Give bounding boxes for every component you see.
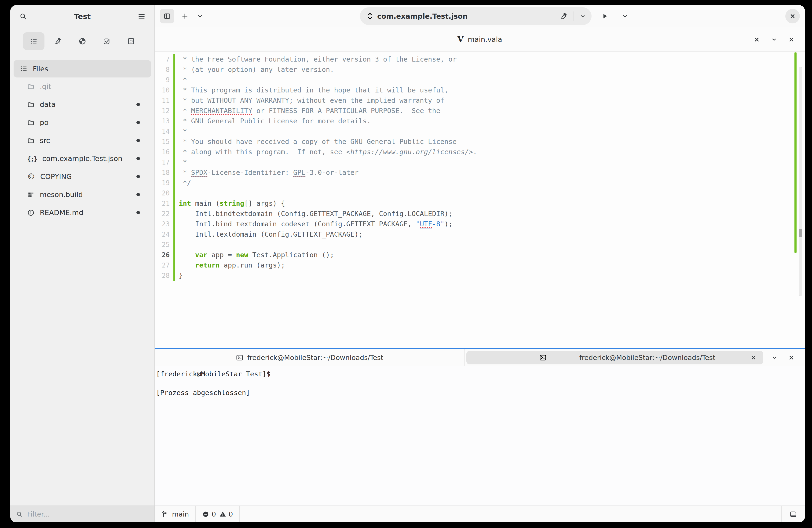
code-text: var app = new Test.Application (); bbox=[175, 250, 334, 260]
close-icon bbox=[788, 354, 795, 361]
code-line-19[interactable]: 19 */ bbox=[155, 177, 805, 188]
tree-item-meson-build[interactable]: meson.build bbox=[14, 186, 151, 204]
new-tab-menu-button[interactable] bbox=[195, 9, 205, 24]
code-editor[interactable]: 7 * the Free Software Foundation, either… bbox=[155, 52, 805, 348]
changed-dot bbox=[136, 139, 140, 142]
toggle-sidebar-button[interactable] bbox=[160, 9, 174, 24]
editor-tab-label: main.vala bbox=[468, 35, 502, 44]
git-change-bar bbox=[173, 54, 175, 65]
tree-item-readme-md[interactable]: README.md bbox=[14, 204, 151, 222]
terminal-tab-row: frederick@MobileStar:~/Downloads/Test fr… bbox=[155, 349, 805, 366]
code-line-22[interactable]: 22 Intl.bindtextdomain (Config.GETTEXT_P… bbox=[155, 209, 805, 219]
line-number: 8 bbox=[155, 66, 173, 73]
run-menu-button[interactable] bbox=[620, 9, 630, 24]
git-branch-label: main bbox=[172, 510, 189, 518]
panel-tab-profiler[interactable] bbox=[72, 32, 93, 50]
terminal-tab-2[interactable]: frederick@MobileStar:~/Downloads/Test bbox=[466, 351, 763, 365]
line-number: 10 bbox=[155, 86, 173, 94]
new-tab-button[interactable] bbox=[178, 9, 192, 24]
git-change-bar bbox=[173, 157, 175, 167]
code-line-15[interactable]: 15 * You should have received a copy of … bbox=[155, 137, 805, 147]
editor-tab[interactable]: V main.vala bbox=[155, 35, 805, 44]
code-line-12[interactable]: 12 * MERCHANTABILITY or FITNESS FOR A PA… bbox=[155, 105, 805, 116]
code-line-11[interactable]: 11 * but WITHOUT ANY WARRANTY; without e… bbox=[155, 95, 805, 105]
menu-button[interactable] bbox=[134, 9, 149, 24]
tree-item-po[interactable]: po bbox=[14, 114, 151, 131]
code-line-13[interactable]: 13 * GNU General Public License for more… bbox=[155, 116, 805, 126]
folder-icon bbox=[27, 137, 35, 144]
close-terminal-frame-button[interactable] bbox=[786, 352, 797, 363]
tree-item-com-example-test-json[interactable]: {;}com.example.Test.json bbox=[14, 149, 151, 168]
code-line-26[interactable]: 26 var app = new Test.Application (); bbox=[155, 250, 805, 260]
code-line-23[interactable]: 23 Intl.bind_textdomain_codeset (Config.… bbox=[155, 219, 805, 229]
vala-language-icon: V bbox=[458, 35, 464, 44]
git-change-bar bbox=[173, 260, 175, 270]
code-line-21[interactable]: 21int main (string[] args) { bbox=[155, 198, 805, 209]
changed-dot bbox=[136, 175, 140, 179]
code-line-16[interactable]: 16 * along with this program. If not, se… bbox=[155, 147, 805, 157]
git-change-bar bbox=[173, 137, 175, 147]
code-line-20[interactable]: 20 bbox=[155, 188, 805, 198]
changed-dot bbox=[136, 193, 140, 196]
terminal-tab-1[interactable]: frederick@MobileStar:~/Downloads/Test bbox=[155, 349, 464, 366]
omnibar[interactable]: com.example.Test.json bbox=[360, 7, 592, 25]
main-area: com.example.Test.json V main.vala bbox=[155, 5, 805, 523]
files-section-header[interactable]: Files bbox=[14, 60, 151, 77]
code-line-17[interactable]: 17 * bbox=[155, 157, 805, 167]
terminal-frame-menu-button[interactable] bbox=[769, 352, 780, 363]
hamburger-menu-icon bbox=[137, 12, 146, 20]
line-number: 13 bbox=[155, 117, 173, 125]
tree-item-copying[interactable]: ©COPYING bbox=[14, 168, 151, 186]
editor-scrollbar[interactable] bbox=[799, 67, 802, 296]
line-number: 23 bbox=[155, 220, 173, 228]
tree-item--git[interactable]: .git bbox=[14, 77, 151, 96]
line-number: 15 bbox=[155, 138, 173, 146]
code-text: * MERCHANTABILITY or FITNESS FOR A PARTI… bbox=[175, 105, 440, 116]
tree-item-src[interactable]: src bbox=[14, 131, 151, 149]
code-line-25[interactable]: 25 bbox=[155, 239, 805, 250]
chevron-down-icon bbox=[771, 355, 778, 361]
code-line-9[interactable]: 9 * bbox=[155, 75, 805, 85]
terminal-icon bbox=[236, 354, 244, 361]
line-number: 22 bbox=[155, 210, 173, 218]
code-line-10[interactable]: 10 * This program is distributed in the … bbox=[155, 85, 805, 95]
code-line-7[interactable]: 7 * the Free Software Foundation, either… bbox=[155, 54, 805, 65]
git-branch-indicator[interactable]: main bbox=[155, 506, 195, 523]
close-frame-button[interactable] bbox=[786, 34, 797, 45]
git-change-bar bbox=[173, 250, 175, 260]
close-page-button[interactable] bbox=[751, 34, 763, 45]
code-line-8[interactable]: 8 * (at your option) any later version. bbox=[155, 65, 805, 75]
window-close-button[interactable] bbox=[785, 9, 800, 24]
close-terminal-tab-button[interactable] bbox=[748, 352, 759, 363]
run-button[interactable] bbox=[598, 9, 612, 24]
code-line-24[interactable]: 24 Intl.textdomain (Config.GETTEXT_PACKA… bbox=[155, 229, 805, 239]
code-text: * bbox=[175, 75, 187, 85]
panel-tab-documentation[interactable] bbox=[120, 32, 142, 50]
line-number: 18 bbox=[155, 169, 173, 176]
tree-item-data[interactable]: data bbox=[14, 96, 151, 114]
tree-item-label: meson.build bbox=[40, 190, 131, 199]
code-line-18[interactable]: 18 * SPDX-License-Identifier: GPL-3.0-or… bbox=[155, 167, 805, 177]
line-number: 12 bbox=[155, 107, 173, 115]
panel-bottom-icon bbox=[789, 510, 797, 518]
code-text: * SPDX-License-Identifier: GPL-3.0-or-la… bbox=[175, 167, 359, 177]
code-line-28[interactable]: 28} bbox=[155, 270, 805, 281]
frame-menu-button[interactable] bbox=[768, 34, 780, 45]
filter-input[interactable] bbox=[27, 510, 149, 518]
terminal-output[interactable]: [frederick@MobileStar Test]$ [Prozess ab… bbox=[155, 366, 805, 505]
git-change-bar bbox=[173, 209, 175, 219]
build-button[interactable] bbox=[557, 9, 570, 24]
diagnostics-indicator[interactable]: 0 0 bbox=[195, 506, 240, 523]
panel-tab-project-tree[interactable] bbox=[23, 32, 44, 50]
code-line-27[interactable]: 27 return app.run (args); bbox=[155, 260, 805, 270]
git-change-bar bbox=[173, 177, 175, 188]
git-change-bar bbox=[173, 229, 175, 239]
toggle-bottom-panel-button[interactable] bbox=[788, 509, 799, 520]
error-count: 0 bbox=[212, 510, 216, 518]
tree-item-label: COPYING bbox=[40, 172, 131, 181]
build-menu-button[interactable] bbox=[578, 9, 588, 24]
panel-tab-todo[interactable] bbox=[96, 32, 117, 50]
code-line-14[interactable]: 14 * bbox=[155, 126, 805, 137]
panel-tab-build-issues[interactable] bbox=[47, 32, 69, 50]
search-button[interactable] bbox=[16, 9, 30, 24]
